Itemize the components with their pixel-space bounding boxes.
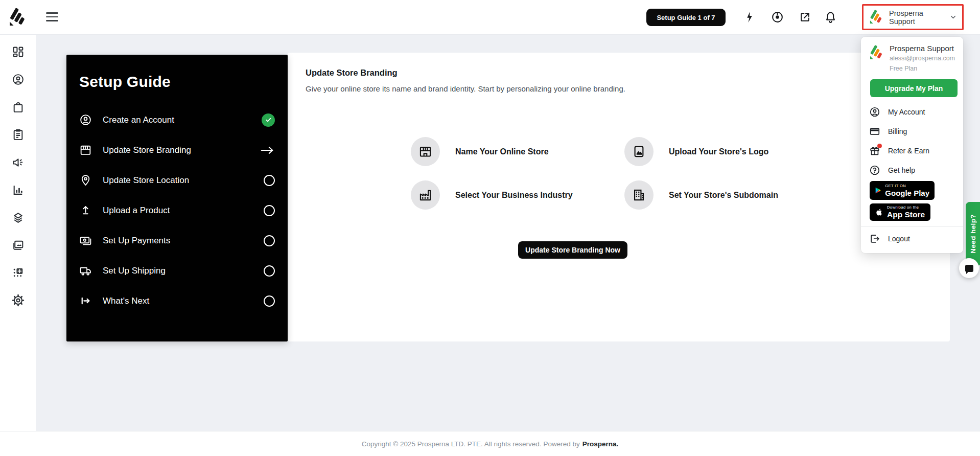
setup-step-set-up-shipping[interactable]: Set Up Shipping <box>66 256 288 286</box>
media-library-icon <box>12 239 25 252</box>
dashboard-icon <box>12 45 25 58</box>
app-store-badge[interactable]: Download on the App Store <box>870 203 930 221</box>
gear-icon <box>12 294 25 307</box>
feature-upload-logo: Upload Your Store's Logo <box>624 137 768 166</box>
sidebar-item-marketing[interactable] <box>12 156 25 169</box>
sidebar <box>0 35 36 431</box>
apple-icon <box>875 208 883 217</box>
user-circle-icon <box>79 113 92 126</box>
customers-icon <box>12 73 25 86</box>
storefront-icon <box>411 137 440 166</box>
sidebar-item-analytics[interactable] <box>12 184 25 196</box>
image-icon <box>624 137 654 166</box>
notification-dot <box>877 144 882 148</box>
setup-step-whats-next[interactable]: What's Next <box>66 286 288 316</box>
sidebar-item-customers[interactable] <box>12 73 25 86</box>
feature-business-industry: Select Your Business Industry <box>411 180 573 210</box>
step-pending-circle <box>264 175 275 186</box>
storefront-icon <box>79 144 92 156</box>
step-current-arrow-icon <box>260 145 275 156</box>
footer: Copyright © 2025 Prosperna LTD. PTE. All… <box>0 431 980 456</box>
copyright-text: Copyright © 2025 Prosperna LTD. PTE. All… <box>362 440 580 448</box>
chat-bubble-icon <box>965 265 973 272</box>
card-description: Give your online store its name and bran… <box>306 84 625 93</box>
step-pending-circle <box>264 235 275 246</box>
account-dropdown-menu: Prosperna Support alessi@prosperna.com F… <box>861 37 963 253</box>
chat-widget-button[interactable] <box>959 258 979 278</box>
step-complete-check-icon <box>262 113 275 127</box>
upload-icon <box>79 204 92 217</box>
menu-item-my-account[interactable]: My Account <box>861 102 963 122</box>
step-pending-circle <box>264 265 275 277</box>
menu-toggle-button[interactable] <box>46 12 59 22</box>
setup-step-upload-a-product[interactable]: Upload a Product <box>66 195 288 225</box>
account-menu-button[interactable]: Prosperna Support <box>862 4 964 30</box>
step-pending-circle <box>264 295 275 307</box>
logout-icon <box>869 233 880 244</box>
account-plan: Free Plan <box>890 64 955 74</box>
arrow-from-bar-icon <box>79 294 92 307</box>
gift-icon <box>869 145 880 156</box>
account-email: alessi@prosperna.com <box>890 54 955 63</box>
setup-guide-list: Create an Account Update Store Branding … <box>66 105 288 316</box>
sidebar-item-products[interactable] <box>12 128 25 141</box>
shopping-bag-icon <box>12 101 25 113</box>
setup-guide-title: Setup Guide <box>79 73 288 90</box>
feature-store-subdomain: Set Your Store's Subdomain <box>624 180 778 210</box>
setup-guide-panel: Setup Guide Create an Account Update Sto… <box>66 55 288 341</box>
menu-item-logout[interactable]: Logout <box>861 229 963 248</box>
card-title: Update Store Branding <box>306 68 398 78</box>
upgrade-my-plan-button[interactable]: Upgrade My Plan <box>870 79 958 97</box>
menu-item-get-help[interactable]: Get help <box>861 161 963 180</box>
setup-step-update-store-location[interactable]: Update Store Location <box>66 165 288 195</box>
payments-icon <box>79 234 92 247</box>
app-store-badges: GET IT ON Google Play Download on the Ap… <box>861 180 963 221</box>
footer-brand-link[interactable]: Prosperna. <box>582 440 619 448</box>
apps-plus-icon <box>12 266 25 279</box>
goal-disc-icon[interactable] <box>771 11 784 24</box>
help-circle-icon <box>869 165 880 176</box>
clipboard-icon <box>12 128 25 141</box>
sidebar-item-orders[interactable] <box>12 101 25 113</box>
bar-chart-icon <box>12 184 25 196</box>
sidebar-item-apps[interactable] <box>12 266 25 279</box>
megaphone-icon <box>12 156 25 169</box>
map-pin-icon <box>79 174 92 187</box>
account-summary: Prosperna Support alessi@prosperna.com F… <box>861 43 963 74</box>
account-avatar-logo-icon <box>868 9 884 25</box>
setup-guide-detail-card: Update Store Branding Give your online s… <box>288 53 950 341</box>
truck-icon <box>79 264 92 277</box>
view-store-external-link-icon[interactable] <box>798 11 811 24</box>
setup-step-update-store-branding[interactable]: Update Store Branding <box>66 135 288 165</box>
user-circle-icon <box>869 106 880 118</box>
chevron-down-icon <box>949 13 957 21</box>
step-pending-circle <box>264 205 275 216</box>
menu-item-billing[interactable]: Billing <box>861 122 963 141</box>
need-help-tab[interactable]: Need help? <box>966 202 980 265</box>
quick-actions-lightning-icon[interactable] <box>742 11 756 24</box>
sidebar-item-integrations[interactable] <box>12 211 25 224</box>
app-root: Setup Guide 1 of 7 <box>0 0 980 456</box>
google-play-icon <box>875 185 881 196</box>
sidebar-item-media[interactable] <box>12 239 25 252</box>
topbar: Setup Guide 1 of 7 <box>0 0 980 35</box>
notifications-bell-icon[interactable] <box>824 11 837 24</box>
prosperna-color-logo-icon <box>868 44 884 61</box>
setup-guide-progress-button[interactable]: Setup Guide 1 of 7 <box>646 9 726 26</box>
sidebar-item-settings[interactable] <box>12 294 25 307</box>
menu-item-refer-earn[interactable]: Refer & Earn <box>861 141 963 161</box>
office-building-icon <box>624 180 654 210</box>
update-store-branding-now-button[interactable]: Update Store Branding Now <box>518 241 627 259</box>
branding-features: Name Your Online Store Upload Your Store… <box>288 137 950 255</box>
sidebar-item-dashboard[interactable] <box>12 45 25 58</box>
credit-card-icon <box>869 126 880 137</box>
layers-icon <box>12 211 25 224</box>
feature-name-your-store: Name Your Online Store <box>411 137 549 166</box>
account-name-label: Prosperna Support <box>889 9 944 26</box>
setup-step-set-up-payments[interactable]: Set Up Payments <box>66 225 288 256</box>
factory-icon <box>411 180 440 210</box>
account-name: Prosperna Support <box>890 43 955 54</box>
setup-step-create-account[interactable]: Create an Account <box>66 105 288 135</box>
google-play-badge[interactable]: GET IT ON Google Play <box>870 181 935 200</box>
prosperna-logo-icon <box>7 7 28 28</box>
